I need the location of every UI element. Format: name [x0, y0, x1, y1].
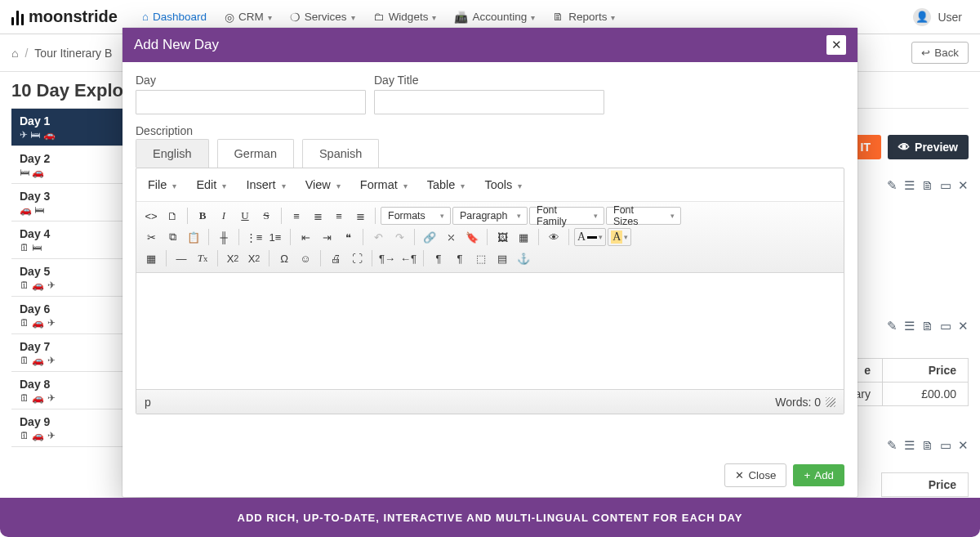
hr-icon[interactable]: —	[172, 249, 191, 267]
nav-accounting[interactable]: 📠Accounting	[446, 6, 543, 29]
pencil-icon[interactable]: ✎	[887, 438, 898, 453]
paste-icon[interactable]: 📋	[184, 228, 203, 246]
day-item-3[interactable]: Day 3🚗 🛏	[11, 184, 134, 222]
add-button[interactable]: +Add	[793, 464, 844, 486]
special-char-icon[interactable]: Ω	[274, 249, 294, 267]
resize-handle[interactable]	[826, 397, 835, 407]
font-family-dropdown[interactable]: Font Family	[529, 207, 604, 225]
day-item-4[interactable]: Day 4🗓 🛏	[11, 222, 134, 259]
redo-icon[interactable]: ↷	[390, 228, 409, 246]
bg-color-picker[interactable]: A▾	[608, 228, 631, 246]
day-item-8[interactable]: Day 8🗓 🚗 ✈	[11, 372, 134, 409]
close-button[interactable]: ✕Close	[724, 463, 786, 487]
underline-icon[interactable]: U	[235, 207, 255, 225]
superscript-icon[interactable]: X2	[244, 249, 264, 267]
doc-icon[interactable]: 🗎	[921, 178, 933, 193]
nav-crm[interactable]: ◎CRM	[216, 6, 280, 29]
nav-services[interactable]: ❍Services	[282, 6, 363, 29]
preview-icon[interactable]: 👁	[544, 228, 564, 246]
nav-widgets[interactable]: 🗀Widgets	[365, 6, 445, 29]
home-icon[interactable]: ⌂	[11, 47, 18, 60]
close-icon[interactable]: ✕	[958, 438, 969, 453]
tab-spanish[interactable]: Spanish	[302, 139, 379, 168]
align-left-icon[interactable]: ≡	[287, 207, 306, 225]
blockquote-icon[interactable]: ❝	[338, 228, 358, 246]
day-input[interactable]	[136, 90, 366, 114]
doc-icon[interactable]: 🗎	[921, 319, 933, 333]
close-icon[interactable]: ✕	[958, 319, 969, 333]
editor-content[interactable]	[136, 273, 844, 389]
link-icon[interactable]: 🔗	[420, 228, 439, 246]
tab-english[interactable]: English	[136, 139, 209, 168]
number-list-icon[interactable]: 1≡	[265, 228, 285, 246]
menu-table[interactable]: Table	[424, 175, 469, 195]
align-justify-icon[interactable]: ≣	[350, 207, 370, 225]
source-code-icon[interactable]: <>	[141, 207, 161, 225]
cut-icon[interactable]: ✂	[141, 228, 161, 246]
doc-icon[interactable]: 🗎	[921, 438, 933, 453]
day-item-6[interactable]: Day 6🗓 🚗 ✈	[11, 297, 134, 334]
screen-icon[interactable]: ▭	[940, 438, 951, 453]
menu-insert[interactable]: Insert	[243, 175, 288, 195]
undo-icon[interactable]: ↶	[368, 228, 388, 246]
day-item-9[interactable]: Day 9🗓 🚗 ✈	[11, 409, 134, 447]
unlink-icon[interactable]: ⤫	[441, 228, 461, 246]
menu-edit[interactable]: Edit	[193, 175, 229, 195]
menu-file[interactable]: File	[145, 175, 180, 195]
modal-close-button[interactable]: ✕	[826, 35, 846, 55]
list-icon[interactable]: ☰	[904, 438, 915, 453]
breadcrumb-item[interactable]: Tour Itinerary B	[34, 47, 112, 60]
new-doc-icon[interactable]: 🗋	[163, 207, 182, 225]
bold-icon[interactable]: B	[193, 207, 212, 225]
screen-icon[interactable]: ▭	[940, 319, 951, 333]
user-menu[interactable]: 👤 User	[913, 8, 969, 26]
bookmark-icon[interactable]: 🔖	[462, 228, 482, 246]
font-size-dropdown[interactable]: Font Sizes	[606, 207, 681, 225]
indent-icon[interactable]: ⇥	[317, 228, 336, 246]
day-item-7[interactable]: Day 7🗓 🚗 ✈	[11, 334, 134, 372]
nav-reports[interactable]: 🗎Reports	[545, 6, 623, 29]
show-blocks-icon[interactable]: ¶	[450, 249, 470, 267]
menu-view[interactable]: View	[302, 175, 344, 195]
italic-icon[interactable]: I	[214, 207, 234, 225]
outdent-icon[interactable]: ⇤	[296, 228, 315, 246]
menu-tools[interactable]: Tools	[481, 175, 525, 195]
screen-icon[interactable]: ▭	[940, 178, 951, 193]
paragraph-icon[interactable]: ¶	[429, 249, 448, 267]
align-right-icon[interactable]: ≡	[329, 207, 349, 225]
list-icon[interactable]: ☰	[904, 178, 915, 193]
day-title-input[interactable]	[374, 90, 604, 114]
close-icon[interactable]: ✕	[958, 178, 969, 193]
day-item-2[interactable]: Day 2🛏 🚗	[11, 146, 134, 184]
day-item-1[interactable]: Day 1✈ 🛏 🚗	[11, 109, 134, 146]
clear-format-icon[interactable]: Tx	[193, 249, 212, 267]
menu-format[interactable]: Format	[357, 175, 411, 195]
nbsp-icon[interactable]: ⬚	[471, 249, 491, 267]
strike-icon[interactable]: S	[256, 207, 276, 225]
rtl-icon[interactable]: ←¶	[399, 249, 418, 267]
pencil-icon[interactable]: ✎	[887, 319, 898, 333]
bullet-list-icon[interactable]: ⋮≡	[244, 228, 264, 246]
image-icon[interactable]: 🖼	[492, 228, 512, 246]
anchor-icon[interactable]: ⚓	[514, 249, 533, 267]
pagebreak-icon[interactable]: ╫	[214, 228, 234, 246]
list-icon[interactable]: ☰	[904, 319, 915, 333]
align-center-icon[interactable]: ≣	[308, 207, 327, 225]
preview-button[interactable]: 👁Preview	[888, 135, 969, 159]
nav-dashboard[interactable]: ⌂Dashboard	[134, 6, 215, 29]
print-icon[interactable]: 🖨	[326, 249, 345, 267]
emoji-icon[interactable]: ☺	[296, 249, 315, 267]
tab-german[interactable]: German	[217, 139, 294, 168]
subscript-icon[interactable]: X2	[223, 249, 243, 267]
text-color-picker[interactable]: A▾	[574, 228, 606, 246]
formats-dropdown[interactable]: Formats	[381, 207, 451, 225]
day-item-5[interactable]: Day 5🗓 🚗 ✈	[11, 259, 134, 297]
copy-icon[interactable]: ⧉	[163, 228, 182, 246]
ltr-icon[interactable]: ¶→	[377, 249, 397, 267]
template-icon[interactable]: ▤	[492, 249, 512, 267]
back-button[interactable]: ↩Back	[911, 42, 969, 64]
media-icon[interactable]: ▦	[514, 228, 533, 246]
table-icon[interactable]: ▦	[141, 249, 161, 267]
pencil-icon[interactable]: ✎	[887, 178, 898, 193]
fullscreen-icon[interactable]: ⛶	[347, 249, 367, 267]
